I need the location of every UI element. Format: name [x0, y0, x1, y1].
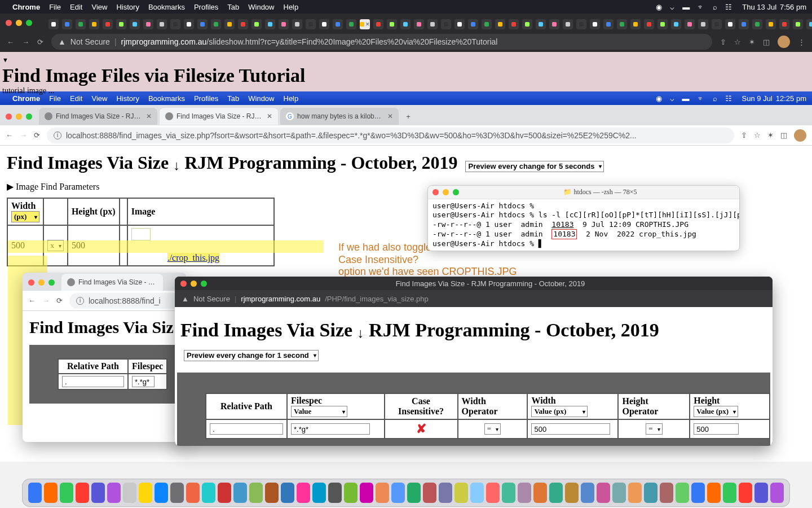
dock-app-icon[interactable] [454, 483, 468, 503]
pinned-tab[interactable] [779, 19, 789, 29]
tab-2[interactable]: Find Images Via Size - RJM Pr ✕ [160, 108, 278, 125]
relpath-input[interactable] [210, 423, 283, 435]
menubar-history[interactable]: History [116, 3, 139, 11]
filespec-input[interactable] [291, 423, 370, 435]
tab[interactable]: Find Images Via Size - RJM [61, 274, 163, 291]
zoom-icon[interactable] [201, 281, 207, 287]
pinned-tab[interactable] [468, 19, 478, 29]
minimize-icon[interactable] [191, 281, 197, 287]
pinned-tab[interactable] [184, 19, 194, 29]
close-icon[interactable] [180, 281, 187, 287]
pinned-tab[interactable] [752, 19, 762, 29]
dock-app-icon[interactable] [139, 483, 152, 503]
dock-app-icon[interactable] [123, 483, 136, 503]
pinned-tab[interactable] [373, 19, 383, 29]
pinned-tab[interactable] [603, 19, 614, 29]
zoom-icon[interactable] [26, 20, 32, 26]
extensions-icon[interactable]: ✶ [749, 38, 755, 46]
pinned-tab[interactable] [495, 19, 505, 29]
dock-app-icon[interactable] [155, 483, 168, 503]
pinned-tab[interactable] [251, 19, 262, 29]
zoom-icon[interactable] [26, 113, 32, 120]
pinned-tab[interactable] [630, 19, 641, 29]
close-icon[interactable] [28, 279, 34, 286]
menubar-bookmarks[interactable]: Bookmarks [148, 3, 185, 11]
dock-app-icon[interactable] [107, 483, 121, 503]
menubar-tab[interactable]: Tab [227, 3, 239, 11]
dock-app-icon[interactable] [565, 483, 579, 503]
dock-app-icon[interactable] [297, 483, 310, 503]
dock-app-icon[interactable] [707, 483, 721, 503]
info-icon[interactable]: i [76, 297, 84, 305]
pinned-tab[interactable] [739, 19, 749, 29]
dock-app-icon[interactable] [391, 483, 405, 503]
kebab-icon[interactable]: ⋮ [798, 38, 805, 46]
info-icon[interactable]: i [54, 132, 61, 139]
back-icon[interactable]: ← [6, 131, 13, 139]
menubar-app[interactable]: Chrome [12, 3, 40, 11]
menubar-tab[interactable]: Tab [227, 94, 239, 103]
dock-app-icon[interactable] [233, 483, 247, 503]
dock-app-icon[interactable] [612, 483, 626, 503]
record-icon[interactable]: ◉ [656, 94, 662, 103]
dock-app-icon[interactable] [170, 483, 184, 503]
controlcenter-icon[interactable]: ☷ [725, 3, 732, 11]
tab-3[interactable]: G how many bytes is a kilobyte - ✕ [280, 108, 399, 125]
dock-app-icon[interactable] [186, 483, 200, 503]
pinned-tab[interactable] [143, 19, 153, 29]
minimize-icon[interactable] [16, 113, 22, 120]
dock-app-icon[interactable] [723, 483, 736, 503]
image-thumbnail[interactable] [131, 228, 151, 240]
tab-1[interactable]: Find Images Via Size - RJM Pro ✕ [39, 108, 157, 125]
menubar-date[interactable]: Thu 13 Jul [742, 3, 776, 11]
dock-app-icon[interactable] [486, 483, 500, 503]
record-icon[interactable]: ◉ [656, 3, 662, 11]
dock-app-icon[interactable] [281, 483, 294, 503]
dock-app-icon[interactable] [439, 483, 452, 503]
pinned-tab[interactable] [292, 19, 302, 29]
pinned-tab[interactable] [657, 19, 668, 29]
pinned-tab[interactable] [306, 19, 316, 29]
pinned-tab[interactable] [793, 19, 803, 29]
menubar-date[interactable]: Sun 9 Jul [742, 94, 773, 103]
pinned-tab[interactable] [509, 19, 519, 29]
pinned-tab[interactable] [76, 19, 86, 29]
dock-app-icon[interactable] [265, 483, 279, 503]
pinned-tab[interactable] [482, 19, 492, 29]
dock-app-icon[interactable] [312, 483, 326, 503]
window-controls[interactable] [180, 281, 207, 287]
sidepanel-icon[interactable]: ◫ [763, 38, 770, 46]
chrome-tabstrip-inner[interactable]: Find Images Via Size - RJM Pro ✕ Find Im… [0, 105, 812, 125]
pinned-tab[interactable] [671, 19, 681, 29]
pinned-tab[interactable] [265, 19, 275, 29]
menubar-bookmarks[interactable]: Bookmarks [148, 94, 185, 103]
pinned-tab[interactable] [563, 19, 573, 29]
dock-app-icon[interactable] [502, 483, 515, 503]
pinned-tab[interactable] [387, 19, 397, 29]
pinned-tab[interactable] [441, 19, 451, 29]
minimize-icon[interactable] [38, 279, 45, 286]
pinned-tab[interactable] [414, 19, 424, 29]
pinned-tab[interactable] [197, 19, 208, 29]
dock-app-icon[interactable] [597, 483, 610, 503]
pinned-tab[interactable] [617, 19, 627, 29]
menubar-app[interactable]: Chrome [12, 94, 40, 103]
minimize-icon[interactable] [16, 20, 22, 26]
pinned-tab[interactable] [211, 19, 221, 29]
hop-select[interactable]: = [646, 423, 662, 435]
window-controls[interactable] [6, 113, 32, 120]
close-icon[interactable] [433, 189, 439, 195]
menubar-view[interactable]: View [91, 94, 107, 103]
pinned-tab[interactable] [522, 19, 532, 29]
collapse-caret-icon[interactable]: ▼ [2, 56, 8, 63]
menubar-file[interactable]: File [49, 3, 61, 11]
reload-icon[interactable]: ⟳ [37, 38, 43, 46]
pinned-tab[interactable] [400, 19, 411, 29]
dock-app-icon[interactable] [218, 483, 231, 503]
search-icon[interactable]: ⌕ [713, 3, 717, 11]
dock-app-icon[interactable] [344, 483, 358, 503]
window-controls[interactable] [28, 279, 55, 286]
menubar-help[interactable]: Help [284, 94, 299, 103]
dock-app-icon[interactable] [360, 483, 373, 503]
tab-close-icon[interactable]: ✕ [267, 112, 272, 120]
